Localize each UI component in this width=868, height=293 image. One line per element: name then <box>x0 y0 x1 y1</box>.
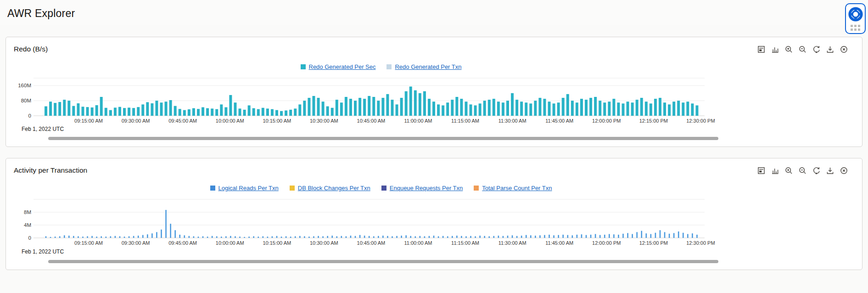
report-icon <box>756 166 766 175</box>
chart-toolbar-redo <box>756 44 849 55</box>
reset-zoom-button[interactable] <box>811 44 822 55</box>
svg-text:12:30:00 PM: 12:30:00 PM <box>686 118 715 124</box>
view-data-report-button[interactable] <box>756 44 767 55</box>
svg-text:80M: 80M <box>21 98 31 103</box>
svg-text:12:15:00 PM: 12:15:00 PM <box>639 240 668 246</box>
reset-zoom-icon <box>812 45 821 54</box>
close-circle-icon <box>839 166 849 175</box>
legend-link[interactable]: Total Parse Count Per Txn <box>482 185 552 192</box>
legend-swatch <box>474 186 479 191</box>
download-icon <box>825 45 835 54</box>
chart-toolbar-activity <box>756 165 849 176</box>
reset-zoom-button[interactable] <box>811 165 822 176</box>
svg-text:12:00:00 PM: 12:00:00 PM <box>592 118 621 124</box>
svg-text:8M: 8M <box>24 209 31 215</box>
svg-text:12:00:00 PM: 12:00:00 PM <box>592 240 621 246</box>
zoom-out-button[interactable] <box>797 44 808 55</box>
svg-text:11:30:00 AM: 11:30:00 AM <box>498 118 526 124</box>
legend-item[interactable]: Redo Generated Per Sec <box>301 63 376 70</box>
legend-swatch <box>381 186 386 191</box>
redo-chart[interactable]: 080M160M09:15:00 AM09:30:00 AM09:45:00 A… <box>14 73 748 134</box>
svg-text:10:30:00 AM: 10:30:00 AM <box>310 118 338 124</box>
zoom-out-button[interactable] <box>797 165 808 176</box>
svg-text:10:00:00 AM: 10:00:00 AM <box>216 240 244 246</box>
life-ring-icon <box>848 6 863 22</box>
legend-link[interactable]: Enqueue Requests Per Txn <box>390 185 463 192</box>
svg-text:0: 0 <box>28 113 31 118</box>
reset-zoom-icon <box>812 166 821 175</box>
bar-chart-icon <box>770 45 780 54</box>
svg-text:10:00:00 AM: 10:00:00 AM <box>216 118 244 124</box>
legend-item[interactable]: Total Parse Count Per Txn <box>474 185 552 192</box>
remove-chart-button[interactable] <box>839 44 849 55</box>
chart-type-button[interactable] <box>770 44 780 55</box>
legend-swatch <box>290 186 295 191</box>
report-icon <box>756 45 766 54</box>
svg-text:10:45:00 AM: 10:45:00 AM <box>357 240 386 246</box>
close-circle-icon <box>839 45 849 54</box>
svg-text:11:00:00 AM: 11:00:00 AM <box>404 240 432 246</box>
zoom-in-button[interactable] <box>784 165 794 176</box>
legend-link[interactable]: Logical Reads Per Txn <box>218 185 279 192</box>
zoom-out-icon <box>798 45 807 54</box>
svg-text:11:30:00 AM: 11:30:00 AM <box>498 240 526 246</box>
svg-text:10:15:00 AM: 10:15:00 AM <box>263 118 291 124</box>
svg-text:Feb 1, 2022 UTC: Feb 1, 2022 UTC <box>22 126 64 132</box>
svg-text:10:45:00 AM: 10:45:00 AM <box>357 118 386 124</box>
redo-horizontal-scrollbar[interactable] <box>48 137 718 140</box>
svg-text:10:30:00 AM: 10:30:00 AM <box>310 240 338 246</box>
legend-activity: Logical Reads Per TxnDB Block Changes Pe… <box>14 184 748 192</box>
svg-text:12:15:00 PM: 12:15:00 PM <box>639 118 668 124</box>
app-header: AWR Explorer <box>0 0 868 25</box>
svg-text:4M: 4M <box>24 222 31 228</box>
chart-title-activity: Activity per Transaction <box>14 166 87 175</box>
legend-item[interactable]: Logical Reads Per Txn <box>210 185 279 192</box>
svg-text:09:30:00 AM: 09:30:00 AM <box>122 240 150 246</box>
legend-swatch <box>210 186 215 191</box>
page-title: AWR Explorer <box>7 7 868 20</box>
svg-text:11:45:00 AM: 11:45:00 AM <box>545 240 573 246</box>
panel-activity: Activity per Transaction <box>6 158 862 270</box>
svg-text:11:15:00 AM: 11:15:00 AM <box>451 118 479 124</box>
svg-text:09:15:00 AM: 09:15:00 AM <box>74 118 103 124</box>
download-button[interactable] <box>825 165 835 176</box>
bar-chart-icon <box>770 166 780 175</box>
activity-horizontal-scrollbar[interactable] <box>48 260 718 263</box>
svg-text:10:15:00 AM: 10:15:00 AM <box>263 240 291 246</box>
download-button[interactable] <box>825 44 835 55</box>
svg-text:0: 0 <box>28 235 31 241</box>
svg-text:09:15:00 AM: 09:15:00 AM <box>74 240 103 246</box>
svg-text:11:15:00 AM: 11:15:00 AM <box>451 240 479 246</box>
legend-item[interactable]: Redo Generated Per Txn <box>386 63 461 70</box>
svg-text:160M: 160M <box>18 83 31 88</box>
legend-item[interactable]: Enqueue Requests Per Txn <box>381 185 463 192</box>
svg-text:09:30:00 AM: 09:30:00 AM <box>122 118 150 124</box>
help-launcher[interactable] <box>845 3 866 34</box>
zoom-in-icon <box>784 166 794 175</box>
zoom-in-button[interactable] <box>784 44 794 55</box>
svg-text:Feb 1, 2022 UTC: Feb 1, 2022 UTC <box>22 248 64 255</box>
svg-text:09:45:00 AM: 09:45:00 AM <box>168 118 197 124</box>
chart-title-redo: Redo (B/s) <box>14 45 48 53</box>
activity-chart[interactable]: 04M8M09:15:00 AM09:30:00 AM09:45:00 AM10… <box>14 195 748 257</box>
legend-swatch <box>386 64 392 69</box>
legend-link[interactable]: DB Block Changes Per Txn <box>298 185 370 192</box>
chart-type-button[interactable] <box>770 165 780 176</box>
svg-text:11:00:00 AM: 11:00:00 AM <box>404 118 432 124</box>
legend-link[interactable]: Redo Generated Per Sec <box>309 63 376 70</box>
drag-handle-dots[interactable] <box>851 25 860 31</box>
remove-chart-button[interactable] <box>839 165 849 176</box>
zoom-in-icon <box>784 45 794 54</box>
legend-item[interactable]: DB Block Changes Per Txn <box>290 185 370 192</box>
view-data-report-button[interactable] <box>756 165 767 176</box>
svg-text:11:45:00 AM: 11:45:00 AM <box>545 118 573 124</box>
legend-swatch <box>301 64 306 69</box>
svg-text:12:30:00 PM: 12:30:00 PM <box>686 240 715 246</box>
dashboard: Redo (B/s) <box>0 25 868 270</box>
legend-link[interactable]: Redo Generated Per Txn <box>395 63 461 70</box>
zoom-out-icon <box>798 166 807 175</box>
legend-redo: Redo Generated Per SecRedo Generated Per… <box>14 62 748 71</box>
svg-text:09:45:00 AM: 09:45:00 AM <box>168 240 197 246</box>
download-icon <box>825 166 835 175</box>
panel-redo: Redo (B/s) <box>6 37 862 147</box>
